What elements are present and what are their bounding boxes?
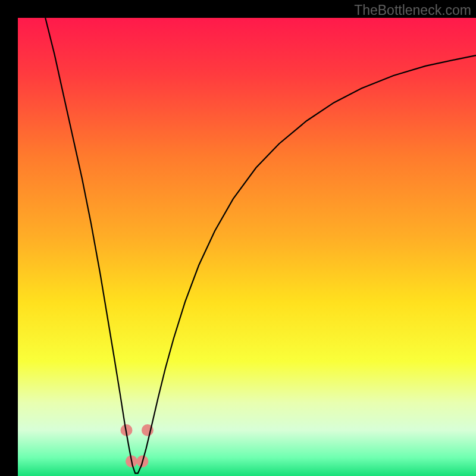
plot-background xyxy=(18,18,476,476)
watermark-text: TheBottleneck.com xyxy=(354,2,471,18)
chart-frame xyxy=(18,18,476,476)
plot-svg xyxy=(18,18,476,476)
